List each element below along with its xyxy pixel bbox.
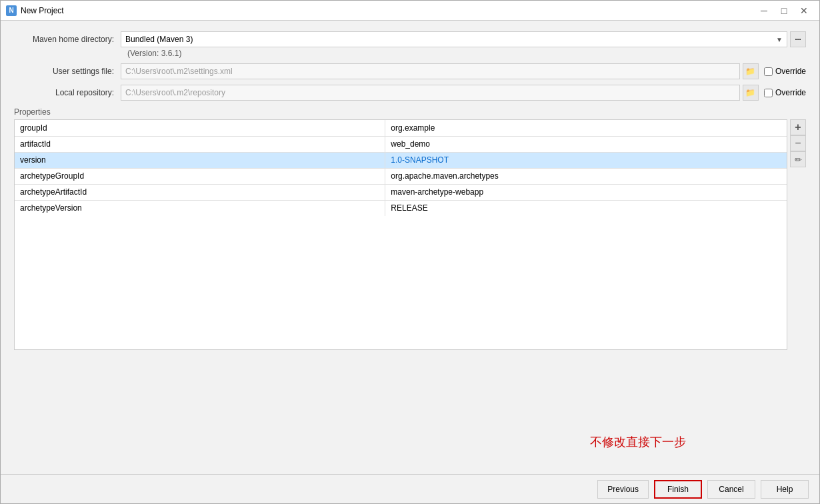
property-key: artifactId bbox=[15, 136, 385, 152]
maximize-button[interactable]: □ bbox=[774, 1, 794, 21]
remove-property-button[interactable]: − bbox=[790, 135, 806, 151]
table-row[interactable]: groupIdorg.example bbox=[15, 120, 787, 136]
folder-icon: 📁 bbox=[745, 88, 755, 97]
dialog-content: Maven home directory: Bundled (Maven 3) … bbox=[1, 21, 819, 474]
property-value: org.example bbox=[385, 120, 787, 136]
table-row[interactable]: archetypeGroupIdorg.apache.maven.archety… bbox=[15, 168, 787, 184]
property-key: archetypeVersion bbox=[15, 200, 385, 216]
new-project-dialog: N New Project ─ □ ✕ Maven home directory… bbox=[0, 0, 820, 504]
annotation-text: 不修改直接下一步 bbox=[590, 434, 686, 450]
local-repo-override-label: Override bbox=[775, 88, 806, 97]
maven-version-note: (Version: 3.6.1) bbox=[127, 49, 806, 58]
maven-extra-button[interactable]: ··· bbox=[790, 31, 806, 47]
user-settings-row: User settings file: 📁 Override bbox=[14, 63, 806, 79]
user-settings-override-label: Override bbox=[775, 67, 806, 76]
user-settings-browse-button[interactable]: 📁 bbox=[743, 63, 759, 79]
property-key: archetypeArtifactId bbox=[15, 184, 385, 200]
maven-home-row: Maven home directory: Bundled (Maven 3) … bbox=[14, 31, 806, 47]
window-controls: ─ □ ✕ bbox=[754, 1, 814, 21]
property-value: RELEASE bbox=[385, 200, 787, 216]
local-repo-label: Local repository: bbox=[14, 88, 121, 97]
table-row[interactable]: version1.0-SNAPSHOT bbox=[15, 152, 787, 168]
property-value: maven-archetype-webapp bbox=[385, 184, 787, 200]
property-value: web_demo bbox=[385, 136, 787, 152]
minimize-button[interactable]: ─ bbox=[754, 1, 774, 21]
cancel-button[interactable]: Cancel bbox=[707, 480, 755, 499]
previous-button[interactable]: Previous bbox=[597, 480, 649, 499]
user-settings-override-checkbox[interactable] bbox=[764, 67, 773, 76]
edit-property-button[interactable]: ✏ bbox=[790, 151, 806, 167]
local-repo-input[interactable] bbox=[121, 85, 740, 101]
local-repo-control: 📁 Override bbox=[121, 85, 806, 101]
property-key: version bbox=[15, 152, 385, 168]
properties-table-container: groupIdorg.exampleartifactIdweb_demovers… bbox=[14, 119, 787, 350]
user-settings-override-wrap: Override bbox=[764, 67, 806, 76]
properties-layout: groupIdorg.exampleartifactIdweb_demovers… bbox=[14, 119, 806, 350]
local-repo-override-checkbox[interactable] bbox=[764, 89, 773, 97]
help-button[interactable]: Help bbox=[761, 480, 809, 499]
user-settings-input[interactable] bbox=[121, 63, 740, 79]
property-value: 1.0-SNAPSHOT bbox=[385, 152, 787, 168]
finish-button[interactable]: Finish bbox=[654, 480, 702, 499]
folder-icon: 📁 bbox=[745, 67, 755, 76]
maven-home-control: Bundled (Maven 3) ▼ ··· bbox=[121, 31, 806, 47]
local-repo-override-wrap: Override bbox=[764, 88, 806, 97]
table-row[interactable]: archetypeVersionRELEASE bbox=[15, 200, 787, 216]
app-icon: N bbox=[6, 5, 17, 16]
local-repo-browse-button[interactable]: 📁 bbox=[743, 85, 759, 101]
property-value: org.apache.maven.archetypes bbox=[385, 168, 787, 184]
maven-home-label: Maven home directory: bbox=[14, 35, 121, 44]
property-key: archetypeGroupId bbox=[15, 168, 385, 184]
user-settings-control: 📁 Override bbox=[121, 63, 806, 79]
maven-home-dropdown[interactable]: Bundled (Maven 3) ▼ bbox=[121, 31, 787, 47]
properties-actions: + − ✏ bbox=[790, 119, 806, 350]
bottom-bar: Previous Finish Cancel Help bbox=[1, 474, 819, 503]
properties-section: Properties groupIdorg.exampleartifactIdw… bbox=[14, 107, 806, 350]
property-key: groupId bbox=[15, 120, 385, 136]
add-property-button[interactable]: + bbox=[790, 119, 806, 135]
table-row[interactable]: artifactIdweb_demo bbox=[15, 136, 787, 152]
local-repo-row: Local repository: 📁 Override bbox=[14, 85, 806, 101]
table-row[interactable]: archetypeArtifactIdmaven-archetype-webap… bbox=[15, 184, 787, 200]
dialog-title: New Project bbox=[21, 6, 750, 15]
properties-table: groupIdorg.exampleartifactIdweb_demovers… bbox=[15, 120, 787, 216]
user-settings-label: User settings file: bbox=[14, 67, 121, 76]
title-bar: N New Project ─ □ ✕ bbox=[1, 1, 819, 21]
close-button[interactable]: ✕ bbox=[794, 1, 814, 21]
dropdown-arrow-icon: ▼ bbox=[776, 36, 783, 43]
properties-empty-area bbox=[15, 216, 787, 349]
properties-section-label: Properties bbox=[14, 107, 806, 117]
